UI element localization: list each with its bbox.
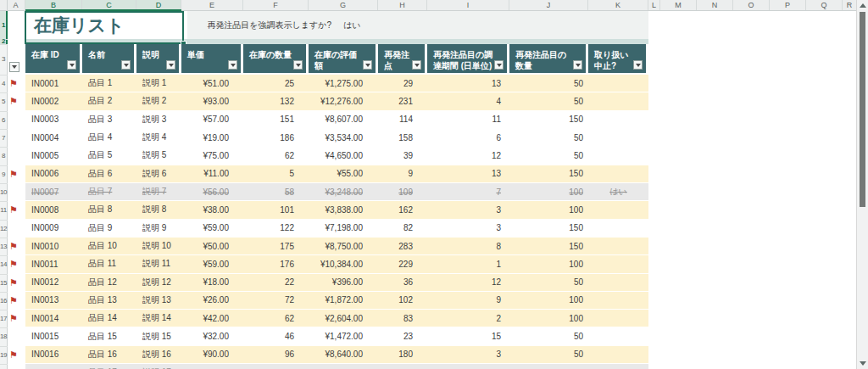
cell-description[interactable]: 説明 6 [136, 165, 181, 183]
cell-stock_qty[interactable]: 22 [243, 274, 309, 292]
sheet-title-cell[interactable]: 在庫リスト [26, 12, 182, 39]
header-id[interactable]: 在庫 ID [25, 44, 82, 75]
header-description[interactable]: 説明 [136, 44, 181, 75]
cell-id[interactable]: IN0010 [25, 238, 82, 255]
cell-unit_price[interactable]: ¥50.00 [181, 238, 243, 255]
header-name[interactable]: 名前 [82, 44, 136, 75]
column-letter-F[interactable]: F [243, 0, 309, 10]
vertical-scrollbar[interactable] [856, 0, 868, 369]
cell-id[interactable]: IN0008 [25, 201, 82, 219]
cell-stock_value[interactable]: ¥1,472.00 [309, 327, 378, 345]
cell-discontinued[interactable] [588, 292, 648, 310]
cell-id[interactable]: IN0017 [25, 364, 82, 369]
column-letter-E[interactable]: E [181, 0, 243, 10]
cell-reorder_qty[interactable]: 100 [509, 310, 588, 327]
cell-lead_time_days[interactable]: 13 [427, 75, 509, 92]
cell-name[interactable]: 品目 1 [82, 75, 136, 92]
cell-id[interactable]: IN0013 [25, 292, 82, 310]
cell-name[interactable]: 品目 5 [82, 147, 136, 165]
cell-description[interactable]: 説明 14 [136, 310, 181, 327]
cell-stock_qty[interactable]: 175 [243, 238, 309, 255]
filter-button-reorder_point[interactable] [412, 60, 421, 70]
scrollbar-down-arrow[interactable] [857, 358, 868, 369]
cell-name[interactable]: 品目 13 [82, 292, 136, 310]
header-reorder_qty[interactable]: 再発注品目の数量 [509, 44, 588, 75]
header-stock_value[interactable]: 在庫の評価額 [309, 44, 378, 75]
column-letter-M[interactable]: M [660, 0, 697, 10]
column-letter-P[interactable]: P [770, 0, 806, 10]
cell-discontinued[interactable] [588, 111, 648, 129]
cell-id[interactable]: IN0002 [25, 92, 82, 110]
cell-id[interactable]: IN0001 [25, 75, 82, 92]
cell-reorder_qty[interactable]: 100 [509, 255, 588, 273]
cell-reorder_qty[interactable]: 100 [509, 292, 588, 310]
cell-stock_qty[interactable]: 62 [243, 147, 309, 165]
cell-stock_value[interactable]: ¥12,276.00 [309, 92, 378, 110]
column-letter-J[interactable]: J [509, 0, 588, 10]
cell-id[interactable]: IN0016 [25, 346, 82, 364]
cell-id[interactable]: IN0003 [25, 111, 82, 129]
cell-name[interactable]: 品目 17 [82, 364, 136, 369]
cell-lead_time_days[interactable]: 1 [427, 255, 509, 273]
cell-description[interactable]: 説明 12 [136, 274, 181, 292]
cell-lead_time_days[interactable]: 7 [427, 183, 509, 201]
cell-reorder_qty[interactable]: 50 [509, 75, 588, 92]
cell-reorder_point[interactable]: 180 [378, 346, 427, 364]
cell-reorder_qty[interactable]: 100 [509, 183, 588, 201]
cell-id[interactable]: IN0007 [25, 183, 82, 201]
cell-stock_value[interactable]: ¥3,838.00 [309, 201, 378, 219]
cell-lead_time_days[interactable]: 12 [427, 147, 509, 165]
cell-stock_qty[interactable]: 57 [243, 364, 309, 369]
cell-discontinued[interactable]: はい [588, 183, 648, 201]
cell-stock_qty[interactable]: 5 [243, 165, 309, 183]
cell-discontinued[interactable] [588, 201, 648, 219]
cell-unit_price[interactable]: ¥18.00 [181, 274, 243, 292]
cell-unit_price[interactable]: ¥75.00 [181, 147, 243, 165]
cell-lead_time_days[interactable]: 3 [427, 346, 509, 364]
cell-reorder_qty[interactable]: 50 [509, 129, 588, 147]
cell-unit_price[interactable]: ¥51.00 [181, 75, 243, 92]
cell-reorder_qty[interactable]: 150 [509, 238, 588, 255]
cell-stock_qty[interactable]: 62 [243, 310, 309, 327]
scrollbar-up-arrow[interactable] [857, 0, 868, 11]
cell-stock_value[interactable]: ¥1,872.00 [309, 292, 378, 310]
cell-unit_price[interactable]: ¥11.00 [181, 165, 243, 183]
cell-stock_value[interactable]: ¥1,275.00 [309, 75, 378, 92]
cell-stock_value[interactable]: ¥8,640.00 [309, 346, 378, 364]
cell-lead_time_days[interactable]: 42 [427, 364, 509, 369]
cell-discontinued[interactable] [588, 346, 648, 364]
cell-stock_qty[interactable]: 132 [243, 92, 309, 110]
header-discontinued[interactable]: 取り扱い中止? [588, 44, 648, 75]
cell-discontinued[interactable] [588, 327, 648, 345]
column-letter-Q[interactable]: Q [806, 0, 843, 10]
column-letter-I[interactable]: I [427, 0, 509, 10]
cell-name[interactable]: 品目 2 [82, 92, 136, 110]
header-lead_time_days[interactable]: 再発注品目の調達期間 (日単位) [427, 44, 509, 75]
cell-unit_price[interactable]: ¥42.00 [181, 310, 243, 327]
cell-lead_time_days[interactable]: 4 [427, 92, 509, 110]
cell-id[interactable]: IN0005 [25, 147, 82, 165]
cell-reorder_point[interactable]: 158 [378, 129, 427, 147]
cell-stock_value[interactable]: ¥55.00 [309, 165, 378, 183]
cell-description[interactable]: 説明 2 [136, 92, 181, 110]
cell-description[interactable]: 説明 8 [136, 201, 181, 219]
filter-button-stock_value[interactable] [363, 60, 372, 70]
cell-stock_value[interactable]: ¥8,750.00 [309, 238, 378, 255]
cell-name[interactable]: 品目 9 [82, 220, 136, 238]
cell-name[interactable]: 品目 6 [82, 165, 136, 183]
cell-stock_qty[interactable]: 176 [243, 255, 309, 273]
cell-discontinued[interactable] [588, 147, 648, 165]
cell-reorder_point[interactable]: 99 [378, 364, 427, 369]
cell-reorder_qty[interactable]: 50 [509, 274, 588, 292]
column-letter-A[interactable]: A [7, 0, 25, 10]
cell-name[interactable]: 品目 11 [82, 255, 136, 273]
cell-unit_price[interactable]: ¥93.00 [181, 92, 243, 110]
cell-reorder_qty[interactable]: 50 [509, 92, 588, 110]
cell-reorder_point[interactable]: 109 [378, 183, 427, 201]
cell-name[interactable]: 品目 10 [82, 238, 136, 255]
cell-name[interactable]: 品目 4 [82, 129, 136, 147]
cell-unit_price[interactable]: ¥57.00 [181, 111, 243, 129]
cell-description[interactable]: 説明 13 [136, 292, 181, 310]
cell-description[interactable]: 説明 11 [136, 255, 181, 273]
cell-discontinued[interactable] [588, 75, 648, 92]
